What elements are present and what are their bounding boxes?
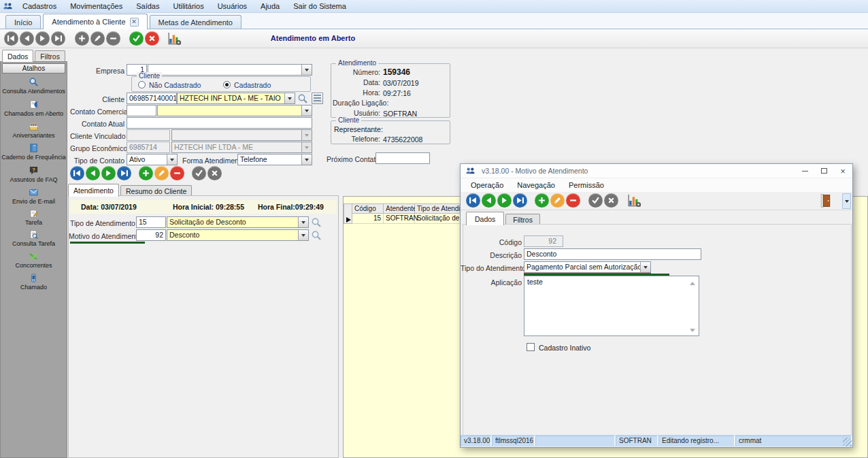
- tipo-atendimento-search-icon[interactable]: [311, 217, 322, 228]
- grid-cell-atendente[interactable]: SOFTRAN: [384, 214, 415, 224]
- exit-door-icon[interactable]: [820, 193, 833, 208]
- sub-delete-button[interactable]: [170, 166, 184, 180]
- tab-metas-atendimento[interactable]: Metas de Atendimento: [150, 15, 241, 29]
- toolbar-overflow-button[interactable]: [842, 193, 851, 209]
- tab-atendimento[interactable]: Atendimento: [68, 184, 119, 197]
- menu-item-operacao[interactable]: Operação: [465, 180, 510, 190]
- dlg-add-button[interactable]: [535, 193, 549, 208]
- menu-item-navegacao[interactable]: Navegação: [511, 180, 561, 190]
- menu-item-cadastros[interactable]: Cadastros: [16, 1, 63, 11]
- dlg-tipo-atendimento-combo[interactable]: Pagamento Parcial sem Autorização: [524, 261, 651, 273]
- dropdown-arrow-icon[interactable]: [298, 230, 308, 240]
- nav-first-button[interactable]: [4, 31, 18, 46]
- sub-confirm-button[interactable]: [192, 166, 206, 180]
- sidebar-tab-dados[interactable]: Dados: [2, 50, 33, 62]
- menu-item-usuarios[interactable]: Usuários: [212, 1, 253, 11]
- grid-header-codigo[interactable]: Código: [352, 203, 384, 214]
- sidebar-item-chamados-em-aberto[interactable]: Chamados em Aberto: [1, 99, 67, 117]
- sidebar-item-concorrentes[interactable]: Concorrentes: [1, 251, 67, 269]
- delete-button[interactable]: [106, 31, 120, 46]
- sidebar-item-consulta-tarefa[interactable]: Consulta Tarefa: [1, 229, 67, 247]
- menu-item-ajuda[interactable]: Ajuda: [254, 1, 286, 11]
- nav-last-button[interactable]: [51, 31, 65, 46]
- sidebar-item-caderno-frequencia[interactable]: Caderno de Frequência: [1, 143, 67, 161]
- grid-cell-codigo[interactable]: 15: [352, 214, 384, 224]
- scroll-down-icon[interactable]: [690, 329, 695, 335]
- dlg-tab-filtros[interactable]: Filtros: [505, 214, 540, 225]
- sub-edit-button[interactable]: [154, 166, 169, 180]
- radio-cadastrado[interactable]: [223, 81, 231, 88]
- cliente-code-field[interactable]: 06985714000182: [127, 93, 177, 104]
- dialog-title-bar[interactable]: v3.18.00 - Motivo de Atendimento ×: [461, 164, 852, 178]
- dlg-tab-dados[interactable]: Dados: [466, 212, 504, 225]
- dlg-nav-last-button[interactable]: [513, 193, 527, 208]
- menu-item-permissao[interactable]: Permissão: [563, 180, 610, 190]
- dlg-nav-first-button[interactable]: [466, 193, 480, 208]
- sidebar-item-chamado[interactable]: Chamado: [1, 273, 67, 291]
- dropdown-arrow-icon[interactable]: [640, 262, 650, 272]
- tab-inicio[interactable]: Início: [5, 15, 41, 29]
- contato-comercial-code-field[interactable]: [127, 105, 156, 116]
- sidebar-item-consulta-atendimentos[interactable]: Consulta Atendimentos: [1, 77, 67, 95]
- proximo-contato-field[interactable]: [375, 152, 430, 164]
- add-button[interactable]: [75, 31, 89, 46]
- sidebar-tab-filtros[interactable]: Filtros: [35, 50, 65, 61]
- contato-comercial-combo[interactable]: [157, 105, 312, 116]
- dlg-confirm-button[interactable]: [588, 193, 603, 208]
- contato-atual-field[interactable]: [127, 117, 312, 129]
- sub-nav-next-button[interactable]: [101, 166, 116, 180]
- menu-item-sair[interactable]: Sair do Sistema: [287, 1, 352, 11]
- dropdown-arrow-icon[interactable]: [301, 105, 312, 116]
- dlg-chart-button[interactable]: [628, 194, 641, 208]
- confirm-button[interactable]: [129, 31, 144, 46]
- sub-add-button[interactable]: [139, 166, 153, 180]
- close-button[interactable]: ×: [833, 164, 852, 178]
- dlg-nav-next-button[interactable]: [497, 193, 512, 208]
- resize-grip[interactable]: [843, 438, 852, 446]
- menu-item-movimentacoes[interactable]: Movimentações: [64, 1, 129, 11]
- nav-next-button[interactable]: [35, 31, 50, 46]
- tipo-atendimento-combo[interactable]: Solicitação de Desconto: [167, 216, 309, 228]
- cadastro-inativo-checkbox[interactable]: [527, 343, 535, 351]
- motivo-atendimento-code-field[interactable]: 92: [136, 229, 166, 241]
- dropdown-arrow-icon[interactable]: [298, 217, 308, 227]
- minimize-button[interactable]: [795, 164, 814, 178]
- forma-atendimento-combo[interactable]: Telefone: [237, 154, 312, 165]
- sidebar-item-tarefa[interactable]: Tarefa: [1, 208, 67, 226]
- sidebar-item-assuntos-faq[interactable]: ? Assuntos de FAQ: [1, 165, 67, 183]
- shortcuts-header[interactable]: Atalhos: [2, 63, 65, 73]
- dropdown-arrow-icon[interactable]: [167, 154, 177, 165]
- nav-prev-button[interactable]: [20, 31, 34, 46]
- menu-item-saidas[interactable]: Saídas: [130, 1, 165, 11]
- chart-button[interactable]: [168, 32, 182, 46]
- scroll-up-icon[interactable]: [690, 279, 695, 285]
- cliente-search-icon[interactable]: [297, 93, 308, 104]
- empresa-combo[interactable]: [148, 64, 312, 76]
- cancel-button[interactable]: [145, 31, 159, 46]
- maximize-button[interactable]: [814, 164, 833, 178]
- dropdown-arrow-icon[interactable]: [284, 93, 295, 103]
- dropdown-arrow-icon[interactable]: [301, 154, 312, 165]
- sub-nav-prev-button[interactable]: [86, 166, 100, 180]
- sub-nav-first-button[interactable]: [70, 166, 84, 180]
- motivo-atendimento-search-icon[interactable]: [311, 230, 322, 241]
- grid-header-atendente[interactable]: Atendente: [384, 203, 415, 214]
- dropdown-arrow-icon[interactable]: [301, 65, 312, 75]
- tab-atendimento-cliente[interactable]: Atendimento à Cliente ✕: [43, 14, 147, 29]
- cliente-combo[interactable]: HZTECH INF LTDA - ME - TAIO: [177, 93, 295, 104]
- sidebar-item-envio-email[interactable]: Envio de E-mail: [1, 187, 67, 205]
- tipo-contato-combo[interactable]: Ativo: [127, 154, 178, 165]
- cliente-list-button[interactable]: [312, 93, 323, 104]
- dlg-cancel-button[interactable]: [604, 193, 618, 208]
- motivo-atendimento-combo[interactable]: Desconto: [167, 229, 309, 241]
- tab-close-icon[interactable]: ✕: [130, 18, 139, 27]
- sidebar-item-aniversariantes[interactable]: Aniversariantes: [1, 121, 67, 139]
- dlg-descricao-field[interactable]: Desconto: [524, 248, 701, 260]
- dlg-nav-prev-button[interactable]: [482, 193, 496, 208]
- dlg-delete-button[interactable]: [566, 193, 580, 208]
- radio-nao-cadastrado[interactable]: [138, 81, 146, 88]
- menu-item-utilitarios[interactable]: Utilitários: [167, 1, 210, 11]
- sub-cancel-button[interactable]: [207, 166, 222, 180]
- sub-nav-last-button[interactable]: [117, 166, 131, 180]
- tipo-atendimento-code-field[interactable]: 15: [136, 216, 166, 228]
